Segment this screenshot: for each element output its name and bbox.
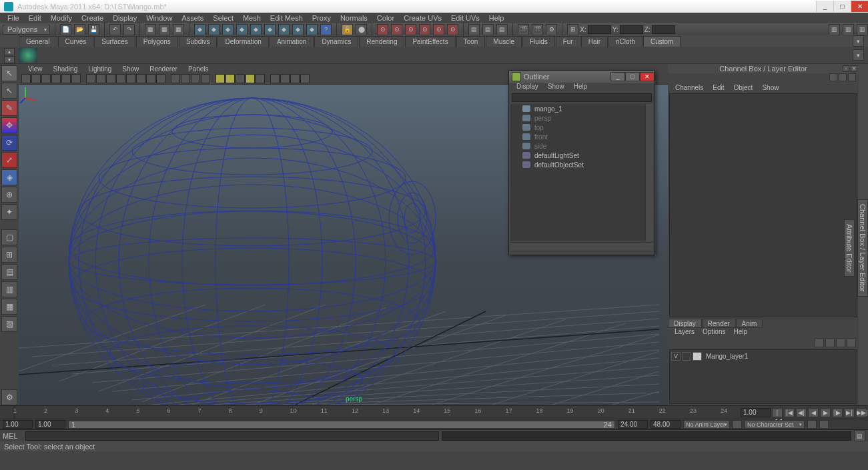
menu-display[interactable]: Display bbox=[108, 14, 141, 22]
outliner-titlebar[interactable]: Outliner _ □ ✕ bbox=[509, 71, 655, 83]
history-icon[interactable]: ▤ bbox=[468, 24, 480, 35]
vp-icon[interactable] bbox=[246, 74, 255, 83]
shelf-tab-deformation[interactable]: Deformation bbox=[218, 36, 268, 47]
outliner-menu-display[interactable]: Display bbox=[512, 83, 543, 93]
vp-icon[interactable] bbox=[290, 74, 300, 83]
select-tool-icon[interactable]: ↖ bbox=[1, 65, 17, 81]
mask3-icon[interactable]: ◆ bbox=[222, 24, 234, 35]
vp-icon[interactable] bbox=[280, 74, 290, 83]
step-back-key-button[interactable]: |◀ bbox=[784, 408, 795, 417]
rotate-tool-icon[interactable]: ⟳ bbox=[1, 135, 17, 151]
manip-tool-icon[interactable]: ◈ bbox=[1, 169, 17, 185]
layer-icon[interactable] bbox=[847, 338, 856, 347]
outliner-window[interactable]: Outliner _ □ ✕ Display Show Help mango_1… bbox=[508, 70, 655, 255]
mask8-icon[interactable]: ◆ bbox=[292, 24, 304, 35]
autokey-button[interactable] bbox=[807, 420, 817, 429]
menu-createuvs[interactable]: Create UVs bbox=[399, 14, 446, 22]
goto-end-button[interactable]: ▶▶| bbox=[856, 408, 867, 417]
outliner-menu-show[interactable]: Show bbox=[543, 83, 569, 93]
vp-icon[interactable] bbox=[61, 74, 71, 83]
vp-icon[interactable] bbox=[86, 74, 95, 83]
command-input[interactable] bbox=[25, 431, 439, 441]
shelf-tab-painteffects[interactable]: PaintEffects bbox=[405, 36, 455, 47]
outliner-item[interactable]: defaultLightSet bbox=[510, 151, 653, 160]
play-back-button[interactable]: ◀ bbox=[808, 408, 819, 417]
current-time-field[interactable]: 1.00 bbox=[741, 408, 771, 417]
set-key-button[interactable] bbox=[733, 420, 742, 429]
layer-row[interactable]: V / Mango_layer1 bbox=[671, 351, 855, 361]
vp-menu-renderer[interactable]: Renderer bbox=[144, 65, 183, 73]
layer-icon[interactable] bbox=[825, 338, 835, 347]
open-scene-icon[interactable]: 📂 bbox=[74, 24, 85, 35]
range-slider-track[interactable]: 1 24 bbox=[68, 421, 615, 429]
layout-single-icon[interactable]: ▢ bbox=[1, 229, 17, 245]
outliner-item[interactable]: persp bbox=[510, 113, 653, 123]
shelf-tab-muscle[interactable]: Muscle bbox=[486, 36, 522, 47]
tool-settings-icon[interactable]: ⚙ bbox=[1, 389, 17, 405]
undo-icon[interactable]: ↶ bbox=[109, 24, 121, 35]
script-lang-label[interactable]: MEL bbox=[3, 432, 23, 440]
new-scene-icon[interactable]: 📄 bbox=[60, 24, 71, 35]
shelf-up-icon[interactable]: ▴ bbox=[4, 48, 15, 55]
last-tool-icon[interactable]: ✦ bbox=[1, 204, 17, 220]
layer-type[interactable] bbox=[682, 352, 691, 361]
outliner-min-button[interactable]: _ bbox=[610, 72, 625, 81]
layer-tab-render[interactable]: Render bbox=[702, 319, 736, 328]
outliner-search-input[interactable] bbox=[512, 93, 652, 102]
vp-icon[interactable] bbox=[181, 74, 190, 83]
snap2-icon[interactable]: ⊙ bbox=[391, 24, 402, 35]
outliner-vscroll[interactable] bbox=[645, 104, 653, 241]
vp-icon[interactable] bbox=[21, 74, 31, 83]
menu-help[interactable]: Help bbox=[484, 14, 509, 22]
outliner-max-button[interactable]: □ bbox=[625, 72, 640, 81]
mask7-icon[interactable]: ◆ bbox=[278, 24, 290, 35]
menu-mesh[interactable]: Mesh bbox=[238, 14, 266, 22]
layout-opt1-icon[interactable]: ▤ bbox=[1, 264, 17, 280]
vp-icon[interactable] bbox=[300, 74, 310, 83]
range-start-inner[interactable]: 1.00 bbox=[35, 420, 65, 429]
lock-icon[interactable]: 🔒 bbox=[342, 24, 353, 35]
vp-icon[interactable] bbox=[41, 74, 51, 83]
vp-icon[interactable] bbox=[96, 74, 105, 83]
vp-menu-panels[interactable]: Panels bbox=[183, 65, 214, 73]
goto-start-button[interactable]: |◀◀ bbox=[772, 408, 783, 417]
menu-assets[interactable]: Assets bbox=[177, 14, 208, 22]
save-scene-icon[interactable]: 💾 bbox=[88, 24, 99, 35]
vp-icon[interactable] bbox=[156, 74, 165, 83]
vp-icon[interactable] bbox=[226, 74, 235, 83]
mask2-icon[interactable]: ◆ bbox=[208, 24, 220, 35]
ch-menu-object[interactable]: Object bbox=[729, 84, 758, 91]
vp-icon[interactable] bbox=[201, 74, 210, 83]
side-tab-attribute[interactable]: Attribute Editor bbox=[844, 219, 855, 277]
anim-layer-dropdown[interactable]: No Anim Layer bbox=[683, 420, 730, 429]
menu-edituvs[interactable]: Edit UVs bbox=[446, 14, 484, 22]
mask1-icon[interactable]: ◆ bbox=[194, 24, 205, 35]
shelf-item-icon[interactable] bbox=[19, 48, 37, 63]
lasso-tool-icon[interactable]: ↖ bbox=[1, 83, 17, 99]
sel-obj-icon[interactable]: ▦ bbox=[159, 24, 170, 35]
snap5-icon[interactable]: ⊙ bbox=[433, 24, 444, 35]
menu-edit[interactable]: Edit bbox=[24, 14, 46, 22]
menu-color[interactable]: Color bbox=[372, 14, 399, 22]
mask4-icon[interactable]: ◆ bbox=[236, 24, 248, 35]
ipr-icon[interactable]: 🎬 bbox=[532, 24, 543, 35]
shelf-tab-general[interactable]: General bbox=[19, 36, 57, 47]
x-field[interactable] bbox=[588, 25, 611, 34]
mask9-icon[interactable]: ◆ bbox=[306, 24, 318, 35]
menu-editmesh[interactable]: Edit Mesh bbox=[266, 14, 308, 22]
z-field[interactable] bbox=[652, 25, 675, 34]
menu-file[interactable]: File bbox=[3, 14, 24, 22]
redo-icon[interactable]: ↷ bbox=[123, 24, 135, 35]
shelf-tab-subdivs[interactable]: Subdivs bbox=[179, 36, 218, 47]
time-slider[interactable]: 123456789101112131415161718192021222324 … bbox=[0, 405, 868, 419]
sel-comp-icon[interactable]: ▦ bbox=[173, 24, 184, 35]
panel-close-icon[interactable]: ✕ bbox=[851, 65, 857, 72]
layout-opt2-icon[interactable]: ▥ bbox=[1, 281, 17, 297]
layer-tab-display[interactable]: Display bbox=[668, 319, 702, 328]
outliner-close-button[interactable]: ✕ bbox=[640, 72, 655, 81]
prefs-button[interactable] bbox=[819, 420, 829, 429]
outliner-body[interactable]: mango_1 persp top front side defaultLigh… bbox=[510, 104, 653, 241]
vp-icon[interactable] bbox=[171, 74, 180, 83]
vp-icon[interactable] bbox=[106, 74, 115, 83]
layer-color[interactable]: / bbox=[693, 352, 702, 361]
